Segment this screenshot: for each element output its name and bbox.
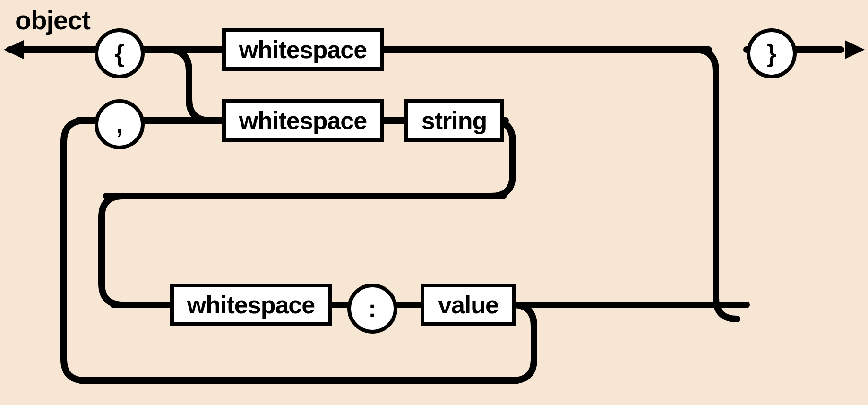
terminal-open-brace: {: [95, 28, 145, 78]
nonterminal-whitespace-3: whitespace: [170, 284, 332, 326]
nonterminal-whitespace-2: whitespace: [222, 99, 384, 142]
terminal-colon: :: [347, 284, 397, 334]
terminal-comma: ,: [95, 99, 145, 149]
svg-marker-2: [4, 40, 24, 59]
svg-marker-3: [845, 40, 865, 59]
terminal-close-brace: }: [747, 28, 797, 78]
nonterminal-value: value: [421, 284, 516, 326]
railroad-diagram: object { } whitespace , whitespace strin…: [0, 0, 868, 405]
nonterminal-whitespace-1: whitespace: [222, 28, 384, 71]
nonterminal-string: string: [404, 99, 504, 142]
diagram-title: object: [15, 5, 90, 35]
